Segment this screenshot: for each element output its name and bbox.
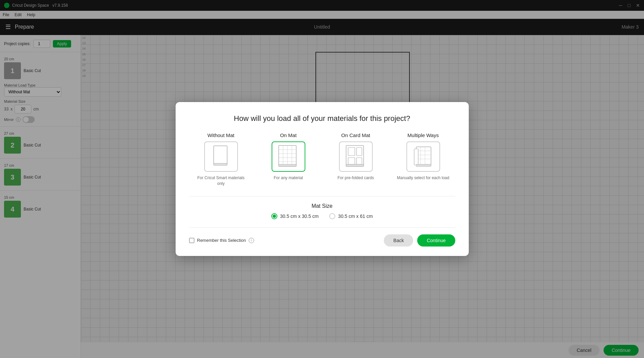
mat-size-section: Mat Size 30.5 cm x 30.5 cm 30.5 cm x 61 … bbox=[189, 203, 455, 219]
back-button[interactable]: Back bbox=[384, 234, 413, 247]
option-on-mat-sublabel: For any material bbox=[274, 175, 303, 181]
mat-size-option-2[interactable]: 30.5 cm x 61 cm bbox=[329, 213, 373, 219]
multiple-ways-icon bbox=[412, 144, 434, 169]
option-on-card-mat-sublabel: For pre-folded cards bbox=[337, 175, 374, 181]
mat-size-option-1[interactable]: 30.5 cm x 30.5 cm bbox=[271, 213, 318, 219]
svg-rect-12 bbox=[348, 148, 355, 156]
option-on-mat-icon bbox=[272, 141, 305, 172]
mat-size-label-2: 30.5 cm x 61 cm bbox=[338, 214, 373, 219]
svg-rect-10 bbox=[279, 164, 296, 166]
mat-size-title: Mat Size bbox=[189, 203, 455, 209]
svg-rect-15 bbox=[357, 158, 362, 164]
option-multiple-ways-icon bbox=[406, 141, 440, 172]
option-multiple-ways-label: Multiple Ways bbox=[407, 132, 439, 138]
option-without-mat-label: Without Mat bbox=[207, 132, 234, 138]
option-on-card-mat-icon bbox=[339, 141, 373, 172]
svg-rect-16 bbox=[346, 164, 364, 166]
option-on-card-mat[interactable]: On Card Mat For pre-folded cards bbox=[329, 132, 383, 187]
svg-rect-14 bbox=[348, 158, 355, 164]
separator-2 bbox=[189, 227, 455, 228]
card-mat-icon bbox=[345, 144, 367, 169]
option-on-card-mat-label: On Card Mat bbox=[341, 132, 370, 138]
svg-rect-0 bbox=[214, 146, 227, 165]
remember-row: Remember this Selection i bbox=[189, 238, 254, 243]
svg-rect-24 bbox=[416, 164, 431, 166]
dialog-btn-row: Back Continue bbox=[384, 234, 455, 247]
separator bbox=[189, 196, 455, 196]
option-multiple-ways[interactable]: Multiple Ways Manually select for e bbox=[396, 132, 450, 187]
option-on-mat-label: On Mat bbox=[280, 132, 297, 138]
option-without-mat-icon bbox=[204, 141, 238, 172]
dialog: How will you load all of your materials … bbox=[176, 102, 469, 256]
dialog-bottom: Remember this Selection i Back Continue bbox=[189, 234, 455, 247]
sheet-icon bbox=[211, 144, 231, 169]
option-without-mat[interactable]: Without Mat For Cricut Smart materials o… bbox=[194, 132, 248, 187]
modal-overlay: How will you load all of your materials … bbox=[0, 0, 644, 358]
svg-rect-13 bbox=[357, 148, 362, 156]
dialog-title: How will you load all of your materials … bbox=[189, 114, 455, 123]
svg-rect-1 bbox=[214, 163, 227, 165]
radio-circle-1 bbox=[271, 213, 277, 219]
mat-size-label-1: 30.5 cm x 30.5 cm bbox=[280, 214, 318, 219]
option-on-mat[interactable]: On Mat For any materia bbox=[262, 132, 315, 187]
radio-row: 30.5 cm x 30.5 cm 30.5 cm x 61 cm bbox=[189, 213, 455, 219]
continue-button[interactable]: Continue bbox=[417, 234, 455, 247]
svg-rect-23 bbox=[414, 149, 418, 165]
remember-info-icon[interactable]: i bbox=[249, 238, 254, 243]
mat-grid-icon bbox=[277, 144, 299, 169]
remember-checkbox[interactable] bbox=[189, 238, 194, 243]
options-row: Without Mat For Cricut Smart materials o… bbox=[189, 132, 455, 187]
remember-label: Remember this Selection bbox=[197, 238, 246, 243]
option-multiple-ways-sublabel: Manually select for each load bbox=[397, 175, 449, 181]
option-without-mat-sublabel: For Cricut Smart materials only bbox=[194, 175, 248, 187]
radio-circle-2 bbox=[329, 213, 335, 219]
